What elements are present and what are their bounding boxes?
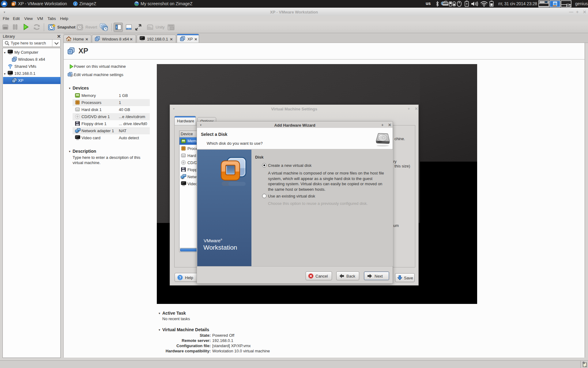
- svg-text:?: ?: [179, 275, 181, 280]
